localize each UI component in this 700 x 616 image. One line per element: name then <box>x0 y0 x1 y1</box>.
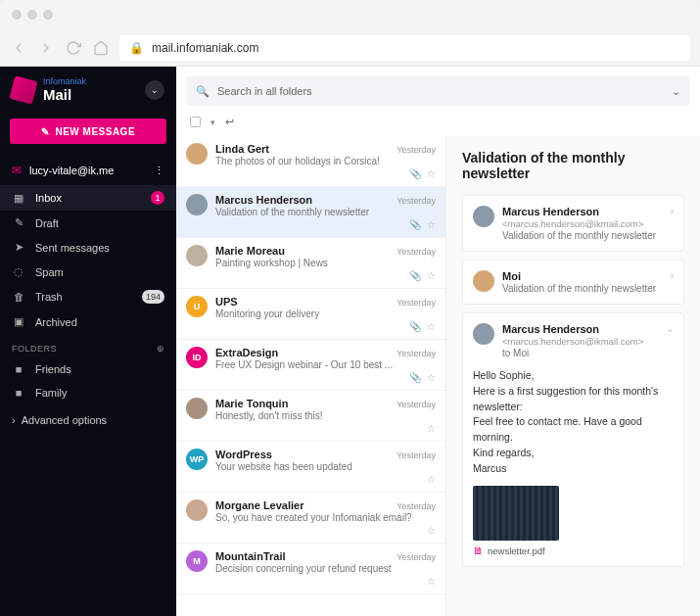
message-sender: MountainTrail <box>215 550 286 562</box>
thread-email: <marcus.henderson@ikmail.com> <box>502 336 643 347</box>
list-toolbar: ▾ ↩ <box>176 112 700 136</box>
nav-sent[interactable]: ➤ Sent messages <box>0 235 176 260</box>
folder-friends[interactable]: ■ Friends <box>0 357 176 381</box>
trash-badge: 194 <box>142 290 164 304</box>
message-body: Hello Sophie, Here is a first suggestion… <box>473 368 674 476</box>
message-sender: ExtraDesign <box>215 347 278 358</box>
star-icon[interactable]: ☆ <box>427 219 436 230</box>
folders-header: FOLDERS ⊕ <box>0 334 176 357</box>
home-icon[interactable] <box>92 39 110 57</box>
avatar <box>186 143 208 165</box>
chevron-down-icon[interactable]: ⌄ <box>672 85 680 98</box>
attachment[interactable]: 🗎 newsletter.pdf <box>473 486 674 556</box>
message-time: Yesterday <box>397 501 436 511</box>
message-row[interactable]: Morgane LevalierYesterdaySo, you have cr… <box>176 493 445 544</box>
star-icon[interactable]: ☆ <box>427 321 436 332</box>
reply-all-icon[interactable]: ↩ <box>225 116 234 128</box>
nav-draft[interactable]: ✎ Draft <box>0 211 176 235</box>
message-subject: Free UX Design webinar - Our 10 best ... <box>215 359 436 370</box>
attachment-filename: newsletter.pdf <box>488 545 545 556</box>
star-icon[interactable]: ☆ <box>427 576 436 587</box>
traffic-light-close[interactable] <box>12 10 22 20</box>
brand-header: Infomaniak Mail ⌄ <box>0 67 176 113</box>
message-time: Yesterday <box>397 145 436 155</box>
message-row[interactable]: Marcus HendersonYesterdayValidation of t… <box>176 187 445 238</box>
thread-subject: Validation of the monthly newsletter <box>502 230 663 241</box>
message-sender: Marie Moreau <box>215 245 285 257</box>
star-icon[interactable]: ☆ <box>427 270 436 281</box>
thread-email: <marcus.henderson@ikmail.com> <box>502 218 643 229</box>
back-icon[interactable] <box>10 39 27 57</box>
url-text: mail.infomaniak.com <box>152 41 258 55</box>
select-all-checkbox[interactable] <box>190 117 201 127</box>
thread-item[interactable]: Moi Validation of the monthly newsletter… <box>462 260 684 305</box>
message-sender: UPS <box>215 296 238 308</box>
nav-archived[interactable]: ▣ Archived <box>0 309 176 334</box>
sidebar: Infomaniak Mail ⌄ ✎ NEW MESSAGE ✉ lucy-v… <box>0 67 176 616</box>
envelope-icon: ✉ <box>12 164 22 177</box>
star-icon[interactable]: ☆ <box>427 423 436 434</box>
folder-family[interactable]: ■ Family <box>0 381 176 404</box>
message-time: Yesterday <box>397 552 436 562</box>
message-row[interactable]: Marie TonquinYesterdayHonestly, don't mi… <box>176 391 445 442</box>
nav-archived-label: Archived <box>35 316 77 328</box>
attachment-icon: 📎 <box>409 270 421 281</box>
reload-icon[interactable] <box>65 39 82 57</box>
attachment-icon: 📎 <box>409 168 421 179</box>
chevron-down-icon[interactable]: ⌄ <box>666 323 674 334</box>
advanced-label: Advanced options <box>22 414 107 426</box>
nav-spam[interactable]: ◌ Spam <box>0 260 176 284</box>
chevron-down-icon[interactable]: ▾ <box>210 118 215 127</box>
message-time: Yesterday <box>397 400 436 409</box>
url-field[interactable]: 🔒 mail.infomaniak.com <box>119 35 690 61</box>
account-row[interactable]: ✉ lucy-vitale@ik.me ⋮ <box>0 156 176 185</box>
traffic-light-max[interactable] <box>43 10 53 20</box>
message-row[interactable]: WPWordPressYesterdayYour website has bee… <box>176 442 445 493</box>
thread-item[interactable]: Marcus Henderson <marcus.henderson@ikmai… <box>462 195 684 252</box>
nav-trash[interactable]: 🗑 Trash 194 <box>0 284 176 309</box>
star-icon[interactable]: ☆ <box>427 525 436 536</box>
inbox-icon: ▦ <box>12 192 25 205</box>
pdf-icon: 🗎 <box>473 545 484 556</box>
message-row[interactable]: Linda GertYesterdayThe photos of our hol… <box>176 136 445 187</box>
message-time: Yesterday <box>397 349 436 358</box>
message-subject: Painting workshop | News <box>215 258 436 268</box>
star-icon[interactable]: ☆ <box>427 372 436 383</box>
thread-subject: Validation of the monthly newsletter <box>502 283 663 294</box>
folder-icon: ■ <box>12 363 25 375</box>
avatar <box>186 245 208 266</box>
attachment-icon: 📎 <box>409 321 421 332</box>
folder-icon: ■ <box>12 387 25 399</box>
search-input[interactable]: 🔍 Search in all folders ⌄ <box>186 76 690 106</box>
message-row[interactable]: IDExtraDesignYesterdayFree UX Design web… <box>176 340 445 391</box>
message-time: Yesterday <box>397 298 436 308</box>
nav-inbox[interactable]: ▦ Inbox 1 <box>0 185 176 211</box>
brand-dropdown[interactable]: ⌄ <box>145 80 164 100</box>
message-time: Yesterday <box>397 247 436 257</box>
forward-icon[interactable] <box>37 39 55 57</box>
avatar: WP <box>186 449 208 470</box>
message-list: Linda GertYesterdayThe photos of our hol… <box>176 136 446 616</box>
message-row[interactable]: UUPSYesterdayMonitoring your delivery📎☆ <box>176 289 445 340</box>
compose-icon: ✎ <box>41 126 50 137</box>
star-icon[interactable]: ☆ <box>427 168 436 179</box>
nav-spam-label: Spam <box>35 266 64 278</box>
message-subject: Honestly, don't miss this! <box>215 410 436 421</box>
message-row[interactable]: Marie MoreauYesterdayPainting workshop |… <box>176 238 445 289</box>
traffic-light-min[interactable] <box>27 10 37 20</box>
message-row[interactable]: MMountainTrailYesterdayDecision concerni… <box>176 544 445 594</box>
folder-friends-label: Friends <box>35 363 71 375</box>
star-icon[interactable]: ☆ <box>427 474 436 485</box>
kebab-icon[interactable]: ⋮ <box>154 165 164 177</box>
add-folder-icon[interactable]: ⊕ <box>157 344 165 354</box>
thread-sender: Marcus Henderson <box>502 323 599 335</box>
attachment-icon: 📎 <box>409 372 421 383</box>
message-subject: Your website has been updated <box>215 461 436 472</box>
message-sender: WordPress <box>215 449 272 460</box>
brand-sub: Infomaniak <box>43 76 137 86</box>
compose-button[interactable]: ✎ NEW MESSAGE <box>10 118 166 144</box>
compose-label: NEW MESSAGE <box>55 126 135 137</box>
folders-label: FOLDERS <box>12 344 57 354</box>
message-sender: Linda Gert <box>215 143 269 155</box>
advanced-options[interactable]: › Advanced options <box>0 404 176 436</box>
